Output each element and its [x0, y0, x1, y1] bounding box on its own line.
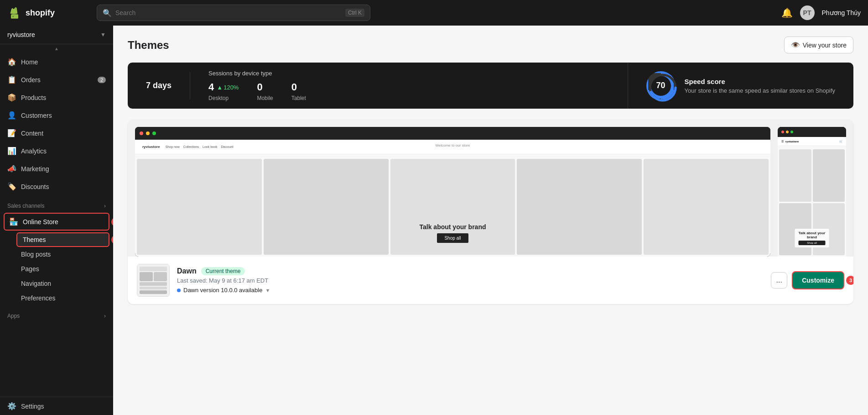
sidebar-item-label: Customers — [21, 112, 52, 119]
theme-name: Dawn — [177, 267, 197, 275]
topbar-right: 🔔 PT Phương Thúy — [781, 5, 861, 20]
online-store-label: Online Store — [23, 218, 58, 226]
orders-icon: 📋 — [7, 75, 16, 84]
mobile-minimize-dot — [786, 131, 789, 133]
page-header: Themes 👁️ View your store — [128, 37, 853, 53]
sidebar-item-themes[interactable]: Themes — [16, 232, 109, 247]
desktop-preview: ryviustore Shop now Collections Look boo… — [135, 127, 770, 257]
mobile-preview: ☰ ryviustore 🛒 Talk about yourbrand — [778, 127, 846, 257]
svg-rect-1 — [12, 16, 14, 17]
svg-rect-0 — [11, 14, 18, 19]
home-icon: 🏠 — [7, 58, 16, 66]
user-name: Phương Thúy — [822, 9, 861, 16]
theme-actions: ... Customize 3 — [771, 271, 844, 289]
sales-channels-section: Sales channels › — [0, 195, 113, 212]
version-text: Dawn version 10.0.0 available — [183, 287, 262, 294]
speed-score-section: 70 Speed score Your store is the same sp… — [628, 64, 853, 108]
desktop-label: Desktop — [208, 95, 239, 101]
mobile-cart-icon: 🛒 — [839, 140, 842, 143]
preview-shop-btn: Shop all — [437, 233, 468, 243]
main-layout: ryviustore ▼ ▲ 🏠 Home 📋 Orders 2 📦 Produ… — [0, 26, 868, 415]
orders-badge: 2 — [98, 77, 106, 83]
mobile-menu-icon: ☰ — [781, 140, 784, 143]
sidebar-item-blog-posts[interactable]: Blog posts — [0, 247, 113, 262]
sidebar-item-content[interactable]: 📝 Content — [0, 124, 113, 142]
online-store-icon: 🏪 — [9, 217, 18, 226]
tablet-label: Tablet — [291, 95, 306, 101]
theme-card: ryviustore Shop now Collections Look boo… — [128, 120, 853, 304]
nav-link-1: Shop now — [166, 145, 180, 148]
sidebar-item-label: Analytics — [21, 147, 47, 155]
sidebar-item-marketing[interactable]: 📣 Marketing — [0, 160, 113, 178]
preview-nav-logo: ryviustore — [142, 145, 160, 149]
tablet-count: 0 — [291, 81, 306, 93]
products-icon: 📦 — [7, 93, 16, 102]
current-theme-badge: Current theme — [201, 267, 245, 275]
desktop-count: 4 — [208, 81, 214, 93]
content-icon: 📝 — [7, 129, 16, 137]
search-bar[interactable]: 🔍 Ctrl K — [97, 5, 370, 21]
mobile-nav-logo: ryviustore — [785, 140, 799, 143]
more-options-button[interactable]: ... — [771, 272, 787, 289]
page-title: Themes — [128, 39, 169, 52]
sidebar-item-online-store[interactable]: 🏪 Online Store — [4, 213, 109, 231]
logo[interactable]: shopify — [7, 5, 89, 20]
customize-button[interactable]: Customize — [792, 271, 844, 289]
sidebar: ryviustore ▼ ▲ 🏠 Home 📋 Orders 2 📦 Produ… — [0, 26, 113, 415]
avatar[interactable]: PT — [800, 5, 815, 20]
nav-link-2: Collections — [183, 145, 199, 148]
sessions-title: Sessions by device type — [208, 70, 609, 77]
preview-nav-links: Shop now Collections Look book Discount — [166, 145, 234, 148]
sidebar-item-label: Home — [21, 58, 38, 66]
mobile-preview-titlebar — [778, 127, 846, 137]
speed-value: 70 — [656, 81, 665, 90]
theme-name-row: Dawn Current theme — [177, 267, 764, 275]
mobile-label: Mobile — [257, 95, 273, 101]
desktop-growth: ▲ 120% — [217, 84, 239, 91]
sidebar-item-label: Content — [21, 130, 43, 137]
step-2-badge: 2 — [111, 235, 113, 244]
analytics-icon: 📊 — [7, 147, 16, 155]
sidebar-item-label: Discounts — [21, 183, 49, 190]
sidebar-item-analytics[interactable]: 📊 Analytics — [0, 142, 113, 160]
store-selector[interactable]: ryviustore ▼ — [0, 26, 113, 44]
close-dot — [140, 131, 143, 135]
settings-icon: ⚙️ — [7, 402, 16, 410]
themes-label: Themes — [23, 236, 46, 243]
version-chevron-icon[interactable]: ▼ — [265, 288, 270, 293]
sidebar-item-navigation[interactable]: Navigation — [0, 276, 113, 291]
maximize-dot — [152, 131, 156, 135]
mobile-close-dot — [781, 131, 784, 133]
customers-icon: 👤 — [7, 111, 16, 120]
chevron-down-icon: ▼ — [100, 32, 106, 38]
theme-info: Dawn Current theme Last saved: May 9 at … — [128, 257, 853, 304]
sidebar-item-pages[interactable]: Pages — [0, 262, 113, 276]
search-input[interactable] — [115, 9, 342, 16]
mobile-count: 0 — [257, 81, 273, 93]
sidebar-item-settings[interactable]: ⚙️ Settings — [0, 397, 113, 415]
notification-bell-icon[interactable]: 🔔 — [781, 7, 793, 18]
sidebar-item-preferences[interactable]: Preferences — [0, 291, 113, 305]
sidebar-item-customers[interactable]: 👤 Customers — [0, 106, 113, 124]
theme-details: Dawn Current theme Last saved: May 9 at … — [177, 267, 764, 294]
sidebar-item-products[interactable]: 📦 Products — [0, 89, 113, 106]
sidebar-item-discounts[interactable]: 🏷️ Discounts — [0, 178, 113, 195]
minimize-dot — [146, 131, 150, 135]
desktop-preview-content: ryviustore Shop now Collections Look boo… — [135, 140, 770, 257]
sidebar-item-label: Products — [21, 94, 46, 101]
version-dot-icon — [177, 289, 181, 292]
speed-circle: 70 — [646, 71, 676, 100]
sidebar-item-home[interactable]: 🏠 Home — [0, 53, 113, 71]
apps-expand-icon[interactable]: › — [104, 313, 106, 319]
mobile-brand-text: Talk about yourbrand — [799, 231, 826, 239]
sidebar-item-orders[interactable]: 📋 Orders 2 — [0, 71, 113, 89]
view-store-button[interactable]: 👁️ View your store — [784, 37, 853, 53]
settings-label: Settings — [21, 403, 44, 410]
mobile-preview-content: ☰ ryviustore 🛒 Talk about yourbrand — [778, 137, 846, 257]
sidebar-item-label: Orders — [21, 76, 41, 84]
stats-period: 7 days — [128, 72, 190, 100]
tablet-stat: 0 Tablet — [291, 81, 306, 101]
stats-sessions: Sessions by device type 4 ▲ 120% Desktop — [190, 63, 628, 109]
desktop-preview-titlebar — [135, 127, 770, 140]
expand-icon[interactable]: › — [104, 203, 106, 209]
